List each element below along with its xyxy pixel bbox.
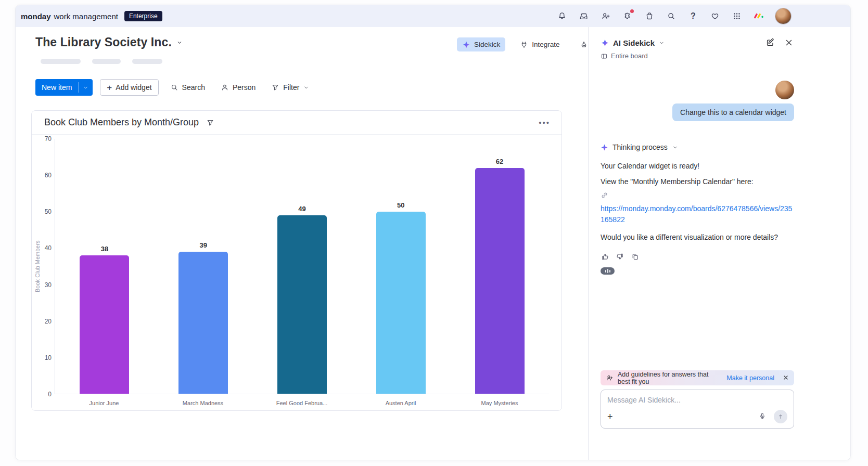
widget-title: Book Club Members by Month/Group bbox=[44, 117, 199, 128]
inbox-icon[interactable] bbox=[579, 11, 589, 21]
microphone-icon[interactable] bbox=[758, 412, 768, 421]
ai-sparkle-icon bbox=[601, 38, 609, 47]
marketplace-bag-icon[interactable] bbox=[644, 11, 655, 21]
bar[interactable] bbox=[475, 168, 525, 394]
x-category-label: Austen April bbox=[351, 400, 450, 406]
notification-dot bbox=[630, 9, 634, 13]
loading-tabs-skeleton bbox=[41, 59, 162, 64]
heart-icon[interactable] bbox=[710, 11, 720, 21]
panel-content: AI Sidekick Entire board bbox=[601, 27, 794, 460]
ai-sparkle-icon bbox=[462, 41, 470, 49]
new-item-dropdown[interactable] bbox=[79, 79, 93, 96]
y-tick-label: 70 bbox=[45, 135, 52, 143]
person-filter-button[interactable]: Person bbox=[216, 79, 260, 96]
make-it-personal-link[interactable]: Make it personal bbox=[726, 374, 774, 382]
brand-name: monday bbox=[21, 12, 51, 21]
widget-filter-icon[interactable] bbox=[206, 119, 214, 127]
invite-members-icon[interactable] bbox=[601, 11, 611, 21]
bar[interactable] bbox=[80, 255, 129, 394]
board-title-menu[interactable]: The Library Society Inc. bbox=[35, 35, 183, 49]
user-message-bubble: Change this to a calendar widget bbox=[672, 103, 794, 121]
user-avatar[interactable] bbox=[775, 8, 791, 24]
bar-column: 38 bbox=[55, 139, 154, 394]
monday-logo-icon[interactable] bbox=[754, 11, 764, 21]
user-avatar bbox=[775, 81, 794, 99]
chat-thread: Change this to a calendar widget Thinkin… bbox=[601, 66, 794, 275]
search-icon[interactable] bbox=[666, 11, 676, 21]
thinking-process-toggle[interactable]: Thinking process bbox=[601, 143, 794, 151]
new-chat-compose-icon[interactable] bbox=[765, 37, 775, 48]
bar-value-label: 62 bbox=[496, 158, 503, 165]
arrow-up-icon bbox=[777, 413, 784, 420]
apps-marketplace-puzzle-icon[interactable] bbox=[622, 11, 633, 21]
bar-column: 50 bbox=[351, 139, 450, 394]
new-item-label: New item bbox=[35, 79, 78, 96]
apps-grid-icon[interactable] bbox=[732, 11, 742, 21]
attach-plus-icon[interactable]: + bbox=[607, 412, 613, 421]
filter-button[interactable]: Filter bbox=[267, 79, 314, 96]
person-label: Person bbox=[233, 83, 256, 92]
notifications-bell-icon[interactable] bbox=[557, 11, 567, 21]
panel-bottom: Add guidelines for answers that best fit… bbox=[601, 370, 794, 429]
bar-value-label: 38 bbox=[101, 245, 108, 253]
panel-title: AI Sidekick bbox=[613, 38, 655, 47]
y-tick-label: 10 bbox=[45, 354, 52, 361]
chart-bars: 3839495062 bbox=[55, 139, 549, 394]
bar-column: 49 bbox=[253, 139, 352, 394]
panel-header-actions bbox=[765, 37, 794, 48]
panel-title-menu[interactable]: AI Sidekick bbox=[601, 38, 665, 47]
x-category-label: Junior June bbox=[55, 400, 154, 406]
close-panel-icon[interactable] bbox=[784, 37, 794, 48]
bar-column: 62 bbox=[450, 139, 549, 394]
thinking-process-label: Thinking process bbox=[612, 143, 668, 151]
board-icon bbox=[601, 53, 608, 60]
topbar: monday work management Enterprise bbox=[16, 5, 850, 27]
add-widget-button[interactable]: + Add widget bbox=[100, 79, 158, 96]
app-window: monday work management Enterprise bbox=[16, 5, 850, 460]
chevron-down-icon bbox=[303, 84, 310, 91]
tab-skeleton bbox=[41, 59, 81, 64]
y-tick-label: 60 bbox=[45, 172, 52, 179]
filter-label: Filter bbox=[283, 83, 299, 92]
reply-view-text: View the "Monthly Membership Calendar" h… bbox=[601, 176, 794, 187]
board-title: The Library Society Inc. bbox=[35, 35, 172, 49]
user-message-row: Change this to a calendar widget bbox=[601, 103, 794, 121]
tab-skeleton bbox=[132, 59, 162, 64]
sidekick-label: Sidekick bbox=[474, 41, 500, 48]
panel-scope[interactable]: Entire board bbox=[601, 52, 794, 60]
x-category-label: March Madness bbox=[154, 400, 252, 406]
banner-close-icon[interactable] bbox=[783, 374, 789, 382]
x-category-label: Feel Good Februa... bbox=[252, 400, 351, 406]
panel-header: AI Sidekick bbox=[601, 27, 794, 48]
chevron-down-icon bbox=[82, 84, 89, 91]
bar[interactable] bbox=[376, 212, 426, 394]
thumbs-down-icon[interactable] bbox=[616, 252, 625, 262]
personalize-banner: Add guidelines for answers that best fit… bbox=[601, 370, 794, 385]
ai-sidekick-panel: AI Sidekick Entire board bbox=[589, 27, 850, 460]
y-tick-label: 50 bbox=[45, 208, 52, 215]
person-plus-icon bbox=[606, 374, 614, 382]
search-button[interactable]: Search bbox=[166, 79, 209, 96]
search-label: Search bbox=[182, 83, 205, 92]
sidekick-button[interactable]: Sidekick bbox=[457, 37, 505, 51]
audio-playback-pill[interactable] bbox=[601, 267, 615, 275]
thumbs-up-icon[interactable] bbox=[601, 252, 610, 262]
copy-icon[interactable] bbox=[631, 252, 640, 262]
calendar-view-link[interactable]: https://monday.monday.com/boards/6276478… bbox=[601, 203, 794, 225]
bar-chart: Book Club Members 010203040506070 383949… bbox=[42, 139, 549, 406]
message-input[interactable] bbox=[607, 396, 787, 404]
send-button[interactable] bbox=[774, 410, 787, 423]
new-item-button[interactable]: New item bbox=[35, 79, 93, 96]
tab-skeleton bbox=[92, 59, 121, 64]
board-actions: Sidekick Integrate Aut bbox=[457, 37, 607, 51]
bar-value-label: 49 bbox=[298, 205, 305, 213]
help-icon[interactable]: ? bbox=[688, 11, 698, 21]
chart-plot: 3839495062 bbox=[55, 139, 549, 394]
integrate-button[interactable]: Integrate bbox=[515, 37, 565, 51]
bar[interactable] bbox=[178, 252, 228, 394]
widget-menu-button[interactable]: ••• bbox=[539, 119, 550, 126]
chevron-down-icon bbox=[658, 40, 665, 46]
bar[interactable] bbox=[277, 215, 327, 394]
person-icon bbox=[221, 83, 229, 92]
add-widget-label: Add widget bbox=[116, 83, 151, 92]
